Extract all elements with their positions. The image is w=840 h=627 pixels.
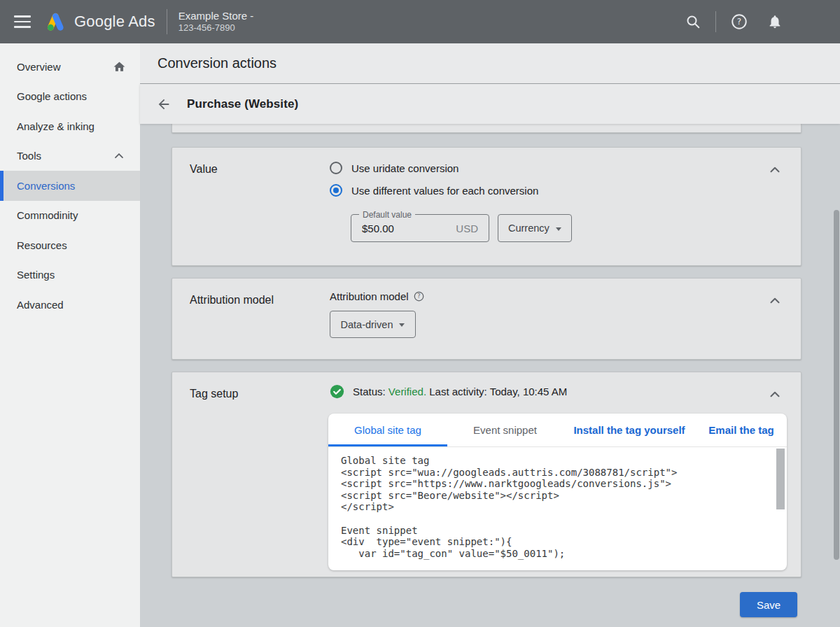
- sidebar-item-label: Tools: [17, 150, 41, 162]
- tag-setup-card-title: Tag setup: [190, 388, 238, 400]
- radio-on-icon[interactable]: [330, 184, 342, 197]
- sidebar-item-label: Commodinity: [17, 209, 78, 221]
- attribution-model-dropdown[interactable]: Data-driven: [330, 311, 416, 338]
- check-circle-icon: [330, 384, 344, 399]
- attribution-model-value: Data-driven: [341, 319, 393, 330]
- chevron-up-icon: [767, 293, 783, 309]
- tag-panel: Global site tag Event snippet Install th…: [328, 414, 787, 570]
- code-line: var id="tag_con" value="$50_0011");: [341, 548, 787, 560]
- content-area: Value Use uridate conversion Use differe…: [140, 124, 840, 627]
- collapse-value-section-button[interactable]: [767, 162, 783, 181]
- tab-install-the-tag-yourself[interactable]: Install the tag yourself: [563, 424, 696, 436]
- collapse-attribution-section-button[interactable]: [767, 293, 783, 311]
- page-scrollbar[interactable]: [834, 210, 839, 560]
- sidebar-item-label: Analyze & inking: [17, 120, 94, 132]
- status-last-activity: Last activity: Today, 10:45 AM: [426, 386, 567, 397]
- chevron-up-icon: [767, 162, 783, 178]
- radio-off-icon[interactable]: [330, 162, 342, 174]
- account-name: Example Store -: [178, 9, 254, 23]
- detail-title: Purchase (Website): [187, 97, 298, 111]
- radio-use-uridate-conversion[interactable]: Use uridate conversion: [330, 162, 458, 174]
- tag-tabs: Global site tag Event snippet Install th…: [328, 414, 787, 446]
- sidebar-item-conversions[interactable]: Conversions: [0, 171, 140, 201]
- back-arrow-icon: [156, 97, 172, 112]
- sidebar-item-overview[interactable]: Overview: [0, 52, 140, 82]
- currency-code-label: USD: [456, 223, 478, 234]
- menu-icon[interactable]: [14, 12, 31, 31]
- search-icon[interactable]: [685, 13, 701, 30]
- collapse-tag-section-button[interactable]: [767, 387, 783, 405]
- chevron-up-icon: [112, 149, 126, 163]
- tag-status-text: Status: Verified. Last activity: Today, …: [353, 386, 567, 397]
- topbar: Google Ads Example Store - 123-456-7890 …: [0, 0, 840, 43]
- code-line: <div type="event snippet:"){: [341, 536, 787, 548]
- sidebar-item-label: Overview: [17, 61, 61, 73]
- svg-text:?: ?: [417, 293, 420, 300]
- tag-status-row: Status: Verified. Last activity: Today, …: [330, 384, 567, 399]
- tag-code-block[interactable]: Global site tag <script src="wua://googl…: [328, 446, 787, 570]
- sidebar-item-label: Advanced: [17, 299, 64, 311]
- code-scrollbar[interactable]: [776, 449, 785, 509]
- sidebar-item-commodinity[interactable]: Commodinity: [0, 201, 140, 231]
- sidebar-item-advanced[interactable]: Advanced: [0, 290, 140, 320]
- code-line: Event snippet: [341, 525, 787, 537]
- tab-email-the-tag[interactable]: Email the tag: [696, 424, 787, 436]
- caret-down-icon: [399, 323, 405, 327]
- sidebar-item-google-actions[interactable]: Google actions: [0, 82, 140, 112]
- caret-down-icon: [556, 227, 561, 231]
- account-id: 123-456-7890: [178, 22, 254, 34]
- status-value: Verified.: [388, 386, 426, 397]
- sidebar: Overview Google actions Analyze & inking…: [0, 43, 140, 627]
- radio-label: Use different values for each conversion: [351, 185, 538, 197]
- sidebar-item-label: Settings: [17, 269, 55, 281]
- save-button[interactable]: Save: [740, 592, 797, 617]
- default-value-field-label: Default value: [359, 210, 415, 220]
- attribution-field-label: Attribution model: [330, 290, 409, 302]
- tab-global-site-tag[interactable]: Global site tag: [328, 424, 447, 436]
- sidebar-item-label: Resources: [17, 239, 67, 251]
- account-switcher[interactable]: Example Store - 123-456-7890: [178, 9, 254, 34]
- question-circle-icon[interactable]: ?: [414, 291, 424, 302]
- back-button[interactable]: [156, 97, 172, 112]
- svg-text:?: ?: [737, 17, 741, 27]
- code-line: <script src="wua://googleads.auttris.com…: [341, 467, 787, 479]
- home-icon: [113, 60, 126, 73]
- sidebar-item-tools[interactable]: Tools: [0, 141, 140, 171]
- default-value-input[interactable]: $50.00: [362, 223, 394, 234]
- notifications-icon[interactable]: [767, 13, 783, 30]
- page-title: Conversion actions: [158, 55, 276, 71]
- value-card-title: Value: [190, 163, 218, 176]
- help-icon[interactable]: ?: [730, 13, 748, 31]
- sidebar-item-analyze[interactable]: Analyze & inking: [0, 111, 140, 141]
- attribution-card-title: Attribution model: [190, 294, 274, 307]
- code-line: <script src="Beore/website"></script>: [341, 490, 787, 502]
- tag-setup-card: Tag setup Status: Verified. Last activit…: [172, 372, 802, 577]
- chevron-up-icon: [767, 387, 783, 402]
- card-partial: [172, 124, 802, 133]
- status-prefix: Status:: [353, 386, 388, 397]
- currency-dropdown-label: Currency: [508, 223, 550, 234]
- code-line: </script>: [341, 501, 787, 513]
- currency-dropdown[interactable]: Currency: [498, 214, 572, 242]
- code-line: Global site tag: [341, 455, 787, 467]
- radio-label: Use uridate conversion: [351, 162, 458, 174]
- sidebar-item-label: Google actions: [17, 90, 87, 102]
- sidebar-item-label: Conversions: [17, 180, 75, 192]
- topbar-divider: [715, 11, 716, 32]
- detail-header: Purchase (Website): [140, 84, 840, 124]
- brand-title: Google Ads: [74, 13, 155, 31]
- value-card: Value Use uridate conversion Use differe…: [172, 147, 802, 266]
- sidebar-item-settings[interactable]: Settings: [0, 260, 140, 290]
- page-header: Conversion actions: [140, 43, 840, 84]
- code-line: <script src="https://www.narktgoogleads/…: [341, 478, 787, 490]
- attribution-card: Attribution model Attribution model ? Da…: [172, 278, 802, 360]
- default-value-field[interactable]: Default value $50.00 USD: [351, 214, 489, 242]
- code-line: [341, 513, 787, 525]
- topbar-divider: [167, 9, 167, 34]
- radio-use-different-values[interactable]: Use different values for each conversion: [330, 184, 538, 197]
- google-ads-logo-icon: [43, 10, 68, 33]
- tab-event-snippet[interactable]: Event snippet: [447, 424, 563, 436]
- sidebar-item-resources[interactable]: Resources: [0, 230, 140, 260]
- google-ads-logo[interactable]: Google Ads: [43, 10, 155, 33]
